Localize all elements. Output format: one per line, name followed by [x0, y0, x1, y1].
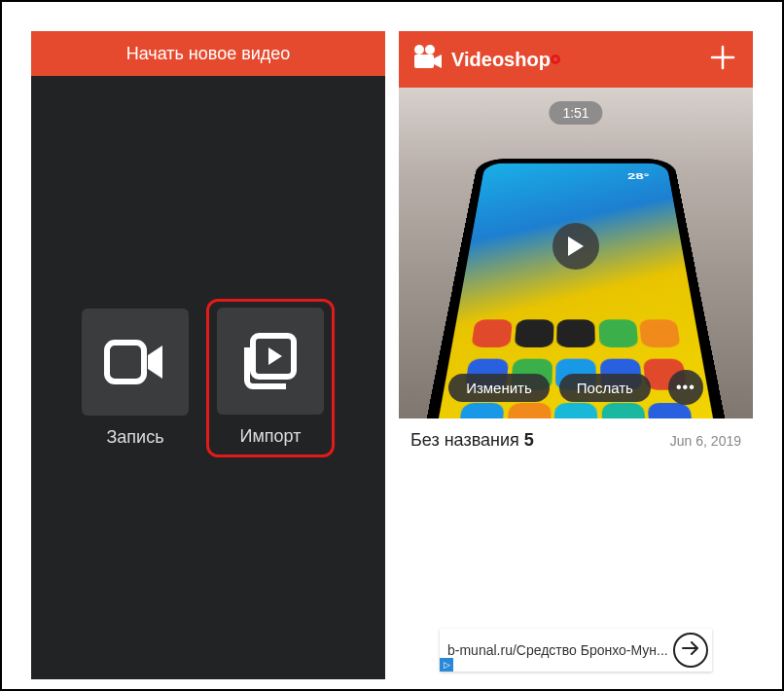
- film-camera-icon: [412, 44, 444, 75]
- app-name: Videoshop: [451, 49, 551, 71]
- more-button[interactable]: •••: [668, 370, 703, 405]
- import-label: Импорт: [240, 426, 302, 447]
- add-button-highlight: [551, 55, 560, 64]
- video-title: Без названия 5: [410, 430, 534, 451]
- record-option[interactable]: Запись: [82, 309, 189, 448]
- play-icon: [566, 236, 586, 257]
- ad-text: b-munal.ru/Средство Бронхо-Мун...: [447, 642, 673, 658]
- video-actions: Изменить Послать •••: [399, 370, 753, 405]
- duration-badge: 1:51: [549, 101, 602, 125]
- right-screen: Videoshop 28°: [399, 31, 753, 679]
- edit-button[interactable]: Изменить: [448, 374, 550, 402]
- right-header: Videoshop: [399, 31, 753, 88]
- video-meta: Без названия 5 Jun 6, 2019: [399, 418, 753, 451]
- play-button[interactable]: [552, 223, 599, 270]
- svg-rect-4: [414, 55, 434, 68]
- record-tile[interactable]: [82, 309, 189, 416]
- import-icon: [239, 330, 302, 392]
- import-tile[interactable]: [217, 308, 324, 415]
- video-date: Jun 6, 2019: [670, 433, 741, 449]
- arrow-right-icon: [682, 641, 699, 659]
- ad-banner[interactable]: ▷ b-munal.ru/Средство Бронхо-Мун...: [399, 621, 753, 679]
- svg-point-2: [414, 45, 424, 55]
- add-button[interactable]: [702, 39, 743, 80]
- left-screen: Начать новое видео Запись: [31, 31, 385, 679]
- plus-icon: [708, 43, 737, 76]
- ad-badge-icon: ▷: [440, 658, 453, 672]
- ad-arrow-button[interactable]: [673, 633, 708, 668]
- right-body: 28°: [399, 88, 753, 679]
- camera-icon: [104, 340, 166, 384]
- import-option[interactable]: Импорт: [206, 299, 335, 457]
- send-button[interactable]: Послать: [559, 374, 651, 402]
- record-label: Запись: [106, 427, 163, 448]
- left-body: Запись Импорт: [31, 76, 385, 679]
- app-logo: Videoshop: [412, 44, 551, 75]
- left-header: Начать новое видео: [31, 31, 385, 76]
- video-thumbnail[interactable]: 28°: [399, 88, 753, 418]
- svg-rect-0: [107, 343, 144, 382]
- left-header-title: Начать новое видео: [126, 44, 291, 64]
- svg-point-3: [425, 45, 435, 55]
- weather-widget: 28°: [627, 172, 651, 182]
- more-icon: •••: [676, 379, 695, 396]
